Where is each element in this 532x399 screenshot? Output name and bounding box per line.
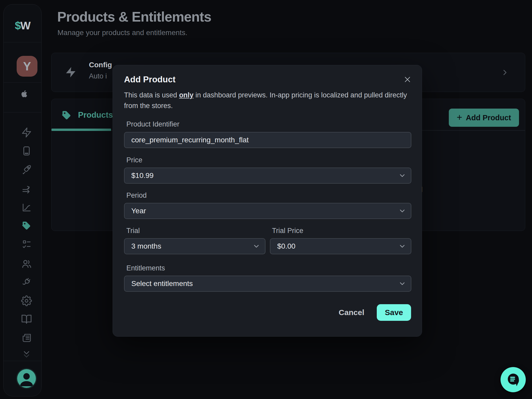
sidebar-item-apps[interactable] (21, 145, 33, 157)
shuffle-icon (21, 183, 32, 194)
sidebar-item-connections[interactable] (21, 276, 33, 288)
app-root: $W Y (0, 0, 532, 399)
chevron-down-icon (398, 242, 406, 250)
page-title: Products & Entitlements (57, 9, 211, 25)
divider (4, 82, 41, 83)
chevrons-down-icon (21, 349, 32, 360)
trial-price-select[interactable]: $0.00 (270, 238, 411, 254)
period-select[interactable]: Year (124, 203, 411, 219)
sidebar-item-events[interactable] (21, 127, 33, 138)
entitlements-label: Entitlements (126, 264, 165, 272)
trial-select-value: 3 months (131, 242, 161, 250)
price-select-value: $10.99 (131, 171, 154, 180)
tab-products-label: Products (78, 110, 113, 120)
rocket-icon (21, 164, 32, 175)
tag-icon (61, 109, 72, 121)
divider (4, 361, 41, 361)
product-identifier-label: Product Identifier (126, 120, 179, 128)
workspace-avatar[interactable]: Y (17, 56, 37, 77)
tab-products[interactable]: Products (61, 109, 113, 121)
price-select[interactable]: $10.99 (124, 168, 411, 184)
entitlements-select-value: Select entitlements (131, 280, 193, 288)
chevron-right-icon (501, 68, 509, 77)
save-button[interactable]: Save (377, 304, 411, 321)
chart-icon (21, 202, 32, 213)
config-banner-title: Config (89, 61, 112, 69)
close-icon (404, 76, 411, 83)
chevron-down-icon (252, 242, 260, 250)
sidebar-item-products[interactable] (21, 220, 33, 231)
logo-dollar: $ (15, 19, 20, 32)
lightning-icon (64, 66, 77, 78)
close-button[interactable] (403, 75, 412, 84)
chat-bubble-icon (505, 372, 521, 388)
add-product-button-label: Add Product (466, 114, 511, 122)
config-banner-subtitle: Auto i (89, 72, 107, 80)
zap-icon (21, 127, 32, 138)
cancel-button[interactable]: Cancel (339, 308, 364, 317)
sidebar-item-collapse[interactable] (21, 348, 33, 360)
chat-widget-button[interactable] (501, 367, 526, 392)
trial-select[interactable]: 3 months (124, 238, 265, 254)
sidebar-item-docs[interactable] (21, 313, 33, 325)
chevron-down-icon (398, 172, 406, 179)
add-product-modal: Add Product This data is used only in da… (113, 65, 422, 337)
emphasis-only: only (179, 91, 194, 99)
checklist-icon (21, 239, 32, 250)
sidebar-item-charts[interactable] (21, 201, 33, 213)
period-select-value: Year (131, 207, 146, 215)
modal-actions: Cancel Save (339, 304, 411, 321)
trial-label: Trial (126, 227, 140, 235)
sidebar-item-integrations[interactable] (21, 182, 33, 194)
product-identifier-input[interactable] (131, 136, 404, 144)
price-label: Price (126, 156, 142, 164)
user-avatar[interactable] (17, 369, 36, 388)
entitlements-select[interactable]: Select entitlements (124, 276, 411, 292)
divider (4, 42, 41, 42)
logo-w: W (20, 19, 30, 32)
device-icon (21, 145, 32, 156)
sidebar-item-launch[interactable] (21, 164, 33, 176)
divider (4, 112, 41, 112)
book-icon (21, 314, 32, 325)
chevron-down-icon (398, 280, 406, 288)
person-icon (17, 369, 36, 388)
tag-icon (21, 220, 32, 231)
page-subtitle: Manage your products and entitlements. (57, 29, 187, 37)
modal-title: Add Product (124, 75, 176, 84)
trial-price-select-value: $0.00 (277, 242, 295, 250)
plus-icon: + (457, 113, 462, 122)
gear-icon (21, 295, 32, 306)
product-identifier-field[interactable] (124, 132, 411, 148)
trial-price-label: Trial Price (272, 227, 303, 235)
users-icon (21, 258, 32, 269)
chevron-down-icon (398, 207, 406, 215)
apple-icon (18, 90, 29, 101)
sidebar: $W Y (3, 4, 42, 396)
sidebar-item-apple[interactable] (17, 89, 29, 101)
modal-description: This data is used only in dashboard prev… (124, 90, 410, 111)
plug-icon (21, 277, 32, 288)
sidebar-item-changelog[interactable] (21, 332, 33, 344)
active-tab-indicator (51, 129, 111, 131)
add-product-button[interactable]: + Add Product (449, 109, 519, 127)
sidebar-item-experiments[interactable] (21, 238, 33, 250)
news-icon (21, 332, 32, 343)
period-label: Period (126, 191, 147, 200)
sidebar-item-settings[interactable] (21, 295, 33, 307)
sidebar-item-customers[interactable] (21, 258, 33, 270)
workspace-initial: Y (23, 59, 31, 73)
app-logo: $W (4, 19, 41, 32)
